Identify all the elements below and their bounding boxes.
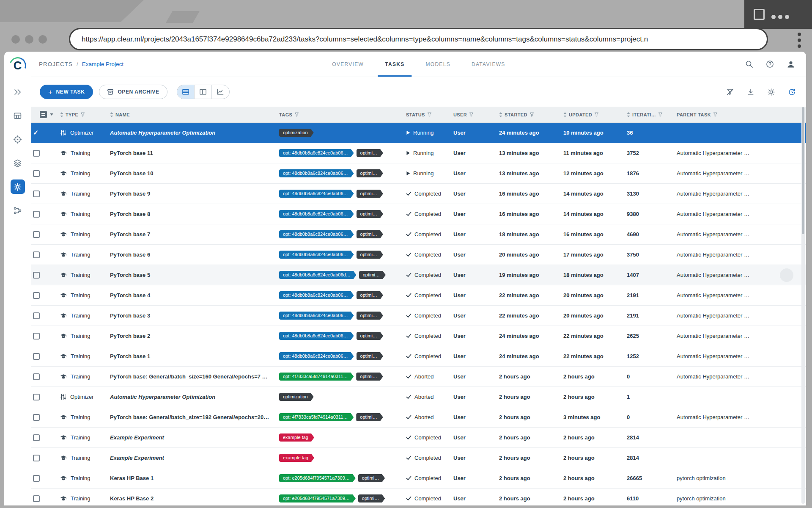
row-checkbox[interactable] [33, 495, 40, 502]
row-checkbox[interactable] [33, 434, 40, 441]
tab-overview[interactable]: OVERVIEW [321, 52, 374, 77]
sort-icon[interactable] [499, 112, 502, 117]
row-checkbox[interactable] [33, 475, 40, 482]
column-header-status[interactable]: STATUS [404, 112, 452, 117]
open-archive-button[interactable]: OPEN ARCHIVE [99, 85, 167, 99]
projects-icon[interactable] [11, 179, 25, 194]
table-row[interactable]: ✓ Training PyTorch base 7 opt: 48db0b8a6… [31, 224, 806, 245]
column-header-parent[interactable]: PARENT TASK [675, 112, 800, 117]
table-row[interactable]: ✓ Training PyTorch base 4 opt: 48db0b8a6… [31, 285, 806, 306]
filter-funnel-icon[interactable] [713, 112, 718, 117]
table-row[interactable]: ✓ Training PyTorch base 3 opt: 48db0b8a6… [31, 306, 806, 326]
clear-filters-icon[interactable] [726, 88, 734, 96]
row-checkbox[interactable] [33, 272, 40, 279]
browser-menu-icon[interactable] [798, 33, 801, 48]
row-checkbox[interactable] [33, 150, 40, 157]
table-row[interactable]: ✓ Optimizer Automatic Hyperparameter Opt… [31, 123, 806, 143]
table-row[interactable]: ✓ Training PyTorch base 6 opt: 48db0b8a6… [31, 245, 806, 265]
column-header-name[interactable]: NAME [108, 112, 277, 117]
row-checkbox[interactable] [33, 251, 40, 258]
table-row[interactable]: ✓ Training PyTorch base 9 opt: 48db0b8a6… [31, 184, 806, 204]
table-row[interactable]: ✓ Training PyTorch base: General/batch_s… [31, 407, 806, 428]
table-row[interactable]: ✓ Training PyTorch base 8 opt: 48db0b8a6… [31, 204, 806, 224]
table-row[interactable]: ✓ Training Keras HP Base 1 opt: e205d684… [31, 468, 806, 489]
column-header-type[interactable]: TYPE [58, 112, 108, 117]
scrollbar-thumb[interactable] [802, 107, 804, 234]
row-checkbox[interactable] [33, 211, 40, 218]
download-icon[interactable] [747, 88, 754, 96]
row-checkbox[interactable] [33, 353, 40, 360]
browser-ellipsis-icon[interactable] [771, 15, 789, 19]
vertical-scrollbar[interactable] [801, 107, 805, 504]
chart-view-icon[interactable] [212, 85, 229, 99]
new-task-button[interactable]: + NEW TASK [40, 85, 93, 99]
select-all-caret-icon[interactable] [50, 113, 53, 116]
row-checkbox[interactable] [33, 190, 40, 197]
tab-tasks[interactable]: TASKS [374, 52, 415, 77]
filter-funnel-icon[interactable] [658, 112, 663, 117]
dashboard-grid-icon[interactable] [11, 108, 25, 123]
row-checkbox[interactable] [33, 373, 40, 380]
row-checkbox[interactable] [33, 231, 40, 238]
column-header-tags[interactable]: TAGS [277, 112, 404, 117]
row-checkbox[interactable] [33, 394, 40, 400]
row-checkbox[interactable] [33, 333, 40, 340]
sort-icon[interactable] [110, 112, 113, 117]
tab-dataviews[interactable]: DATAVIEWS [461, 52, 516, 77]
table-row[interactable]: ✓ Training PyTorch base 11 opt: 48db0b8a… [31, 143, 806, 163]
window-controls[interactable] [11, 35, 47, 44]
sort-icon[interactable] [563, 112, 567, 117]
filter-funnel-icon[interactable] [80, 112, 85, 117]
column-header-iterations[interactable]: ITERATI… [625, 112, 675, 117]
table-row[interactable]: ✓ Training PyTorch base: General/batch_s… [31, 367, 806, 387]
table-row[interactable]: ✓ Training Keras HP Base 2 opt: e205d684… [31, 489, 806, 505]
settings-gear-icon[interactable] [767, 88, 775, 96]
filter-funnel-icon[interactable] [469, 112, 474, 117]
status-icon [406, 293, 411, 298]
getting-started-icon[interactable] [11, 85, 25, 99]
auto-refresh-icon[interactable] [788, 88, 796, 96]
table-row[interactable]: ✓ Training PyTorch base 2 opt: 48db0b8a6… [31, 326, 806, 346]
pipelines-icon[interactable] [11, 203, 25, 218]
reports-icon[interactable] [11, 132, 25, 146]
filter-funnel-icon[interactable] [427, 112, 432, 117]
new-window-icon[interactable] [754, 9, 765, 20]
task-type-label: Training [71, 312, 90, 319]
filter-funnel-icon[interactable] [594, 112, 599, 117]
sort-icon[interactable] [60, 112, 63, 117]
row-checkbox[interactable] [33, 414, 40, 421]
table-row[interactable]: ✓ Training PyTorch base 10 opt: 48db0b8a… [31, 163, 806, 184]
column-header-user[interactable]: USER [452, 112, 497, 117]
address-bar[interactable]: https://app.clear.ml/projects/2043a1657f… [69, 28, 768, 50]
column-header-started[interactable]: STARTED [497, 112, 562, 117]
search-icon[interactable] [745, 60, 753, 68]
breadcrumb-current-project[interactable]: Example Project [82, 61, 123, 67]
row-checkbox[interactable] [33, 312, 40, 319]
table-row[interactable]: ✓ Optimizer Automatic Hyperparameter Opt… [31, 387, 806, 407]
clearml-logo[interactable]: C [9, 57, 27, 75]
tab-models[interactable]: MODELS [415, 52, 461, 77]
user-avatar-icon[interactable] [787, 60, 795, 69]
column-header-select[interactable] [31, 111, 58, 118]
table-row[interactable]: ✓ Training Example Experiment example ta… [31, 448, 806, 468]
table-row[interactable]: ✓ Training PyTorch base 5 opt: 48db0b8a6… [31, 265, 806, 285]
split-view-icon[interactable] [195, 85, 212, 99]
table-row[interactable]: ✓ Training Example Experiment example ta… [31, 428, 806, 448]
window-control-dot[interactable] [38, 35, 47, 44]
window-control-dot[interactable] [11, 35, 20, 44]
task-updated: 10 minutes ago [562, 130, 625, 136]
filter-funnel-icon[interactable] [294, 112, 299, 117]
filter-funnel-icon[interactable] [529, 112, 534, 117]
breadcrumb-projects[interactable]: PROJECTS [39, 61, 73, 67]
datasets-icon[interactable] [11, 156, 25, 170]
table-row[interactable]: ✓ Training PyTorch base 1 opt: 48db0b8a6… [31, 346, 806, 367]
help-icon[interactable] [766, 60, 774, 68]
column-header-updated[interactable]: UPDATED [562, 112, 625, 117]
row-checkbox[interactable] [33, 455, 40, 461]
sort-icon[interactable] [627, 112, 630, 117]
window-control-dot[interactable] [25, 35, 33, 44]
row-checkbox[interactable] [33, 170, 40, 177]
select-all-checkbox[interactable] [40, 111, 47, 118]
table-view-icon[interactable] [177, 85, 195, 99]
row-checkbox[interactable] [33, 292, 40, 299]
